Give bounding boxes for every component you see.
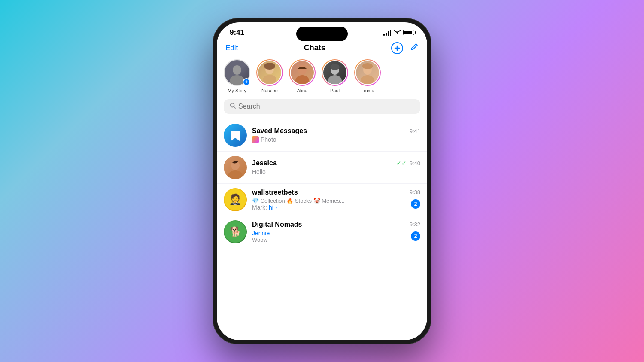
svg-point-11 <box>330 64 340 70</box>
svg-point-3 <box>230 75 244 85</box>
natalee-avatar-wrap <box>256 59 283 86</box>
nomads-name-row: Digital Nomads 9:32 <box>252 221 420 228</box>
photo-thumb <box>252 136 259 143</box>
emma-avatar-wrap <box>354 59 381 86</box>
saved-messages-time: 9:41 <box>410 128 420 134</box>
svg-text:🤵: 🤵 <box>229 193 242 205</box>
page-title: Chats <box>304 43 325 52</box>
svg-text:🐕: 🐕 <box>230 226 242 237</box>
paul-label: Paul <box>330 88 340 93</box>
natalee-avatar <box>258 61 281 84</box>
nomads-preview: Jennie Woow <box>252 230 270 243</box>
svg-point-8 <box>295 75 309 84</box>
wsb-avatar: 🤵 <box>224 188 247 211</box>
paul-ring <box>322 59 348 86</box>
stories-row: + My Story <box>217 59 427 99</box>
wsb-name: wallstreetbets <box>252 189 298 196</box>
jessica-name-row: Jessica ✓✓ 9:40 <box>252 159 420 167</box>
edit-button[interactable]: Edit <box>225 44 238 52</box>
wsb-preview: 💎 Collection 🔥 Stocks 🤡 Memes... Mark: h… <box>252 198 345 211</box>
emma-avatar <box>356 61 379 84</box>
nomads-message: Woow <box>252 237 270 243</box>
nomads-content: Digital Nomads 9:32 Jennie Woow 2 <box>252 221 420 243</box>
status-time: 9:41 <box>230 28 244 37</box>
alina-label: Alina <box>297 88 307 93</box>
svg-point-14 <box>362 63 373 69</box>
emma-ring <box>354 59 381 86</box>
phone-screen: 9:41 <box>217 22 427 340</box>
jessica-preview: Hello <box>252 168 266 175</box>
my-story-avatar-wrap: + <box>224 59 250 86</box>
svg-point-10 <box>328 75 342 84</box>
signal-icon <box>383 30 391 36</box>
jessica-time-row: ✓✓ 9:40 <box>396 160 420 167</box>
status-icons <box>383 29 414 36</box>
saved-messages-avatar <box>224 124 247 147</box>
paul-avatar <box>323 61 346 84</box>
alina-ring <box>289 59 316 86</box>
story-item-natalee[interactable]: Natalee <box>256 59 283 93</box>
chat-item-saved-messages[interactable]: Saved Messages 9:41 Photo <box>217 119 427 152</box>
natalee-label: Natalee <box>261 88 278 93</box>
wsb-mark-line: Mark: hi › <box>252 204 345 211</box>
dynamic-island <box>296 27 348 41</box>
svg-line-16 <box>234 107 236 109</box>
nomads-sender-name: Jennie <box>252 230 270 237</box>
story-item-alina[interactable]: Alina <box>289 59 316 93</box>
paul-avatar-wrap <box>322 59 348 86</box>
chat-list: Saved Messages 9:41 Photo <box>217 119 427 340</box>
compose-button[interactable] <box>409 43 419 54</box>
nomads-unread-badge: 2 <box>411 231 420 241</box>
nav-actions <box>391 42 419 54</box>
saved-messages-preview-row: Photo <box>252 136 420 143</box>
natalee-ring <box>256 59 283 86</box>
story-item-my-story[interactable]: + My Story <box>224 59 250 93</box>
chat-item-digital-nomads[interactable]: 🐕 Digital Nomads 9:32 Jennie Woow <box>217 216 427 248</box>
wsb-name-row: wallstreetbets 9:38 <box>252 189 420 196</box>
wsb-content: wallstreetbets 9:38 💎 Collection 🔥 Stock… <box>252 189 420 211</box>
svg-point-18 <box>228 170 243 179</box>
wsb-time: 9:38 <box>410 189 420 195</box>
saved-messages-name-row: Saved Messages 9:41 <box>252 127 420 135</box>
read-checkmark: ✓✓ <box>396 160 407 167</box>
nav-header: Edit Chats <box>217 40 427 59</box>
emma-label: Emma <box>361 88 374 93</box>
wsb-unread-badge: 2 <box>411 199 420 209</box>
search-input[interactable] <box>238 103 414 110</box>
story-item-paul[interactable]: Paul <box>322 59 348 93</box>
nomads-time: 9:32 <box>410 221 420 228</box>
add-button[interactable] <box>391 42 403 54</box>
svg-point-13 <box>361 75 374 84</box>
status-bar: 9:41 <box>217 22 427 40</box>
story-item-emma[interactable]: Emma <box>354 59 381 93</box>
svg-point-2 <box>233 65 241 75</box>
my-story-label: My Story <box>228 88 246 93</box>
phone-frame: 9:41 <box>213 18 431 344</box>
nomads-name: Digital Nomads <box>252 221 302 228</box>
jessica-name: Jessica <box>252 159 277 167</box>
alina-avatar <box>291 61 314 84</box>
saved-messages-content: Saved Messages 9:41 Photo <box>252 127 420 143</box>
search-icon <box>230 103 236 110</box>
nomads-avatar: 🐕 <box>224 220 247 243</box>
svg-point-5 <box>263 75 276 84</box>
alina-avatar-wrap <box>289 59 316 86</box>
wsb-forums-line: 💎 Collection 🔥 Stocks 🤡 Memes... <box>252 198 345 204</box>
jessica-content: Jessica ✓✓ 9:40 Hello <box>252 159 420 175</box>
jessica-avatar <box>224 156 247 179</box>
photo-label: Photo <box>261 136 276 143</box>
chat-item-wallstreetbets[interactable]: 🤵 wallstreetbets 9:38 💎 Collection 🔥 Sto… <box>217 184 427 216</box>
nomads-preview-row: Jennie Woow 2 <box>252 230 420 243</box>
wsb-preview-row: 💎 Collection 🔥 Stocks 🤡 Memes... Mark: h… <box>252 198 420 211</box>
search-bar <box>224 99 420 114</box>
chat-item-jessica[interactable]: Jessica ✓✓ 9:40 Hello <box>217 152 427 184</box>
saved-messages-preview: Photo <box>252 136 276 143</box>
wsb-mark-hi: hi › <box>269 204 277 211</box>
svg-point-6 <box>264 63 275 70</box>
jessica-time: 9:40 <box>410 160 420 167</box>
add-story-badge: + <box>243 78 250 86</box>
saved-messages-name: Saved Messages <box>252 127 307 135</box>
jessica-preview-row: Hello <box>252 168 420 175</box>
nomads-sender: Jennie <box>252 230 270 237</box>
wifi-icon <box>394 29 401 36</box>
